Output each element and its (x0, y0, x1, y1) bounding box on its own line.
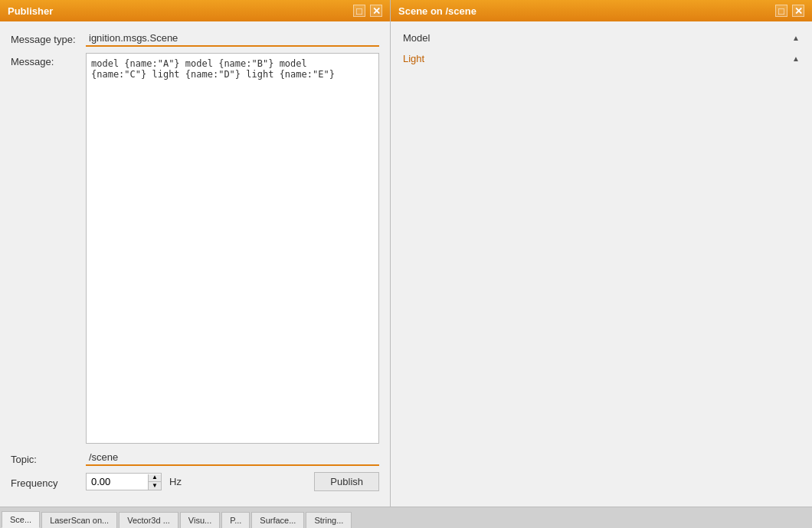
tab-laserscan[interactable]: LaserScan on... (41, 512, 117, 528)
scene-item-model-label: Model (403, 32, 430, 44)
tab-vector3d[interactable]: Vector3d ... (119, 512, 178, 528)
frequency-input[interactable] (87, 474, 148, 490)
frequency-down-button[interactable]: ▼ (149, 482, 161, 490)
message-area: Message: model {name:"A"} model {name:"B… (11, 53, 379, 444)
tab-string[interactable]: String... (306, 512, 352, 528)
scene-panel: Scene on /scene □ ✕ Model ▲ Light ▲ (391, 0, 812, 507)
publisher-close-button[interactable]: ✕ (370, 5, 382, 17)
topic-input[interactable] (86, 450, 379, 466)
scene-content: Model ▲ Light ▲ (391, 21, 812, 507)
frequency-spinners: ▲ ▼ (148, 474, 161, 490)
message-type-row: Message type: (11, 31, 379, 47)
scene-item-model[interactable]: Model ▲ (391, 28, 812, 48)
tab-visu[interactable]: Visu... (180, 512, 220, 528)
bottom-fields: Topic: Frequency ▲ ▼ Hz Publish (11, 450, 379, 497)
publisher-header-buttons: □ ✕ (353, 5, 382, 17)
publisher-minimize-button[interactable]: □ (353, 5, 365, 17)
hz-label: Hz (169, 476, 182, 487)
scene-title: Scene on /scene (398, 5, 775, 17)
scene-item-light-label: Light (403, 53, 424, 64)
tab-p[interactable]: P... (221, 512, 250, 528)
publisher-content: Message type: Message: model {name:"A"} … (0, 21, 390, 507)
message-type-input[interactable] (86, 31, 379, 47)
publisher-header: Publisher □ ✕ (0, 0, 390, 21)
message-textarea[interactable]: model {name:"A"} model {name:"B"} model … (86, 53, 379, 444)
frequency-label: Frequency (11, 474, 80, 489)
frequency-input-wrapper: ▲ ▼ (86, 473, 162, 490)
scene-minimize-button[interactable]: □ (775, 5, 787, 17)
tab-surface[interactable]: Surface... (251, 512, 304, 528)
model-collapse-arrow: ▲ (792, 34, 800, 42)
topic-row: Topic: (11, 450, 379, 466)
publish-button[interactable]: Publish (314, 472, 379, 491)
light-collapse-arrow: ▲ (792, 54, 800, 63)
message-label: Message: (11, 53, 80, 67)
publisher-panel: Publisher □ ✕ Message type: Message: mod… (0, 0, 391, 507)
frequency-up-button[interactable]: ▲ (149, 474, 161, 482)
publisher-title: Publisher (8, 5, 353, 17)
scene-header-buttons: □ ✕ (775, 5, 804, 17)
tabs-bar: Sce... LaserScan on... Vector3d ... Visu… (0, 507, 812, 528)
tab-sce[interactable]: Sce... (2, 511, 40, 528)
scene-header: Scene on /scene □ ✕ (391, 0, 812, 21)
topic-label: Topic: (11, 451, 80, 465)
message-type-label: Message type: (11, 31, 80, 45)
frequency-row: Frequency ▲ ▼ Hz Publish (11, 472, 379, 491)
scene-close-button[interactable]: ✕ (792, 5, 804, 17)
scene-item-light[interactable]: Light ▲ (391, 48, 812, 69)
